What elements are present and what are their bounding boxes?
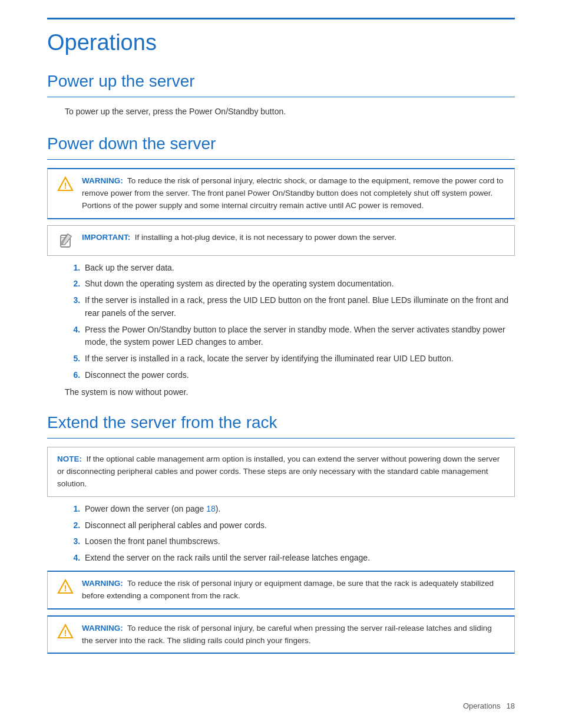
- section-extend-rack: Extend the server from the rack NOTE: If…: [47, 413, 515, 654]
- svg-text:!: !: [64, 181, 67, 190]
- step-item: If the server is installed in a rack, pr…: [82, 294, 515, 319]
- extend-rack-steps: Power down the server (on page 18). Disc…: [82, 503, 515, 565]
- section-title-power-up: Power up the server: [47, 72, 515, 91]
- step-item: Disconnect the power cords.: [82, 369, 515, 382]
- warning-text-3: WARNING: To reduce the risk of personal …: [82, 622, 505, 647]
- step-item: Press the Power On/Standby button to pla…: [82, 324, 515, 349]
- note-text-1: NOTE: If the optional cable management a…: [57, 453, 505, 490]
- note-notice-1: NOTE: If the optional cable management a…: [47, 447, 515, 497]
- svg-text:!: !: [64, 584, 67, 593]
- svg-text:!: !: [64, 628, 67, 638]
- section-title-extend-rack: Extend the server from the rack: [47, 413, 515, 432]
- page-link-18: 18: [206, 504, 216, 513]
- warning-label-2: WARNING:: [82, 579, 123, 588]
- footer-page: 18: [507, 701, 515, 710]
- warning-icon-3: !: [57, 624, 74, 639]
- important-notice-1: IMPORTANT: If installing a hot-plug devi…: [47, 225, 515, 256]
- page-title: Operations: [47, 30, 515, 55]
- section-title-power-down: Power down the server: [47, 134, 515, 153]
- section-power-down: Power down the server ! WARNING: To redu…: [47, 134, 515, 397]
- step-item: Disconnect all peripheral cables and pow…: [82, 519, 515, 532]
- warning-notice-2: ! WARNING: To reduce the risk of persona…: [47, 571, 515, 610]
- top-border: [47, 18, 515, 19]
- section-power-up: Power up the server To power up the serv…: [47, 72, 515, 118]
- important-text-1: IMPORTANT: If installing a hot-plug devi…: [82, 232, 396, 244]
- warning-notice-1: ! WARNING: To reduce the risk of persona…: [47, 168, 515, 219]
- step-item: Shut down the operating system as direct…: [82, 278, 515, 291]
- warning-notice-3: ! WARNING: To reduce the risk of persona…: [47, 615, 515, 654]
- note-label-1: NOTE:: [57, 454, 82, 463]
- section-divider-extend-rack: [47, 438, 515, 439]
- section-divider-power-down: [47, 159, 515, 160]
- important-icon-1: [57, 233, 74, 249]
- warning-icon-1: !: [57, 176, 74, 192]
- warning-icon-2: !: [57, 579, 74, 594]
- step-item: Loosen the front panel thumbscrews.: [82, 535, 515, 548]
- step-item: Back up the server data.: [82, 262, 515, 275]
- section-divider-power-up: [47, 97, 515, 97]
- step-item: If the server is installed in a rack, lo…: [82, 353, 515, 365]
- power-down-steps: Back up the server data. Shut down the o…: [82, 262, 515, 382]
- step-item: Power down the server (on page 18).: [82, 503, 515, 516]
- power-down-closing: The system is now without power.: [65, 387, 515, 397]
- warning-text-2: WARNING: To reduce the risk of personal …: [82, 578, 505, 602]
- warning-label-1: WARNING:: [82, 176, 123, 185]
- step-item: Extend the server on the rack rails unti…: [82, 552, 515, 565]
- power-up-intro: To power up the server, press the Power …: [65, 106, 515, 118]
- warning-text-1: WARNING: To reduce the risk of personal …: [82, 175, 505, 212]
- warning-label-3: WARNING:: [82, 624, 123, 633]
- footer-text: Operations: [463, 701, 501, 710]
- page-footer: Operations 18: [463, 701, 515, 710]
- important-label-1: IMPORTANT:: [82, 233, 130, 242]
